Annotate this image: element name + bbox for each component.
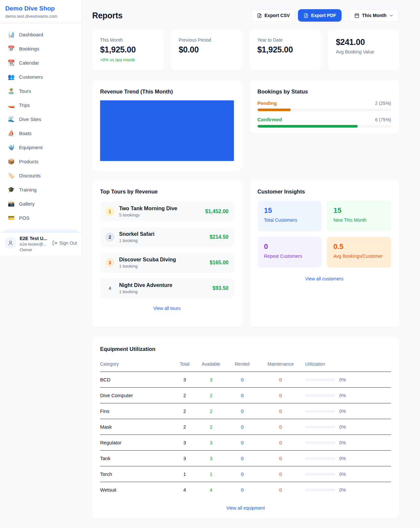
col-category: Category	[100, 359, 176, 372]
tour-info: Snorkel Safari 1 booking	[119, 231, 155, 243]
utilization-percent: 0%	[339, 487, 346, 493]
nav-item-icon: 📅	[8, 45, 15, 52]
equipment-category: Wetsuit	[100, 482, 176, 498]
user-name: E2E Test U...	[20, 236, 47, 241]
equipment-table: Category Total Available Rented Maintena…	[100, 359, 391, 498]
equipment-maintenance: 0	[256, 482, 305, 498]
insight-value: 15	[333, 206, 385, 215]
sidebar-item-reports-active-partial[interactable]	[3, 230, 78, 232]
equipment-total: 2	[176, 419, 194, 435]
sidebar-nav-item[interactable]: 🏝️ Tours	[3, 84, 78, 98]
equipment-rented: 0	[228, 419, 256, 435]
tour-row: 4 Night Dive Adventure 1 booking $93.50	[100, 278, 234, 298]
sign-out-button[interactable]: Sign Out	[52, 240, 77, 246]
stat-value: $0.00	[179, 45, 234, 54]
tour-info: Two Tank Morning Dive 5 bookings	[119, 206, 177, 217]
main-content: Reports Export CSV Export PDF This Month…	[82, 0, 420, 528]
nav-item-icon: 🚤	[8, 102, 15, 109]
view-all-tours-link[interactable]: View all tours	[100, 306, 234, 311]
equipment-rented: 0	[228, 388, 256, 403]
insight-label: New This Month	[333, 217, 385, 223]
sidebar-nav-item[interactable]: 📸 Gallery	[3, 197, 78, 211]
tour-info: Discover Scuba Diving 1 booking	[119, 257, 176, 269]
stat-label: This Month	[100, 37, 156, 43]
nav-item-label: Bookings	[19, 46, 39, 51]
user-role: Owner	[20, 247, 47, 252]
export-csv-button[interactable]: Export CSV	[251, 9, 295, 22]
view-all-equipment-link[interactable]: View all equipment	[100, 505, 391, 511]
sidebar-nav-item[interactable]: 💳 POS	[3, 211, 78, 225]
calendar-icon	[354, 13, 359, 18]
tour-bookings-count: 1 booking	[119, 264, 176, 269]
sidebar-nav-item[interactable]: 📦 Products	[3, 154, 78, 169]
stat-label: Previous Period	[179, 37, 234, 43]
utilization-cell: 0%	[305, 409, 391, 414]
insight-tile: 15 New This Month	[327, 201, 391, 232]
nav-item-label: Boats	[19, 131, 32, 136]
equipment-rented: 0	[228, 435, 256, 451]
export-pdf-button[interactable]: Export PDF	[298, 9, 342, 22]
sidebar: Demo Dive Shop demo.test.divestreams.com…	[0, 0, 82, 255]
col-total: Total	[176, 359, 194, 372]
status-label: Confirmed	[258, 117, 282, 122]
view-all-customers-link[interactable]: View all customers	[258, 276, 391, 281]
period-select-value: This Month	[362, 13, 387, 18]
utilization-percent: 0%	[339, 424, 346, 430]
page-title: Reports	[92, 11, 122, 20]
equipment-available: 2	[194, 388, 228, 403]
equipment-category: Fins	[100, 403, 176, 419]
file-download-icon	[257, 13, 262, 18]
utilization-bar-track	[305, 394, 335, 397]
utilization-cell: 0%	[305, 393, 391, 398]
bookings-by-status-title: Bookings by Status	[258, 89, 391, 95]
sidebar-nav-item[interactable]: 📊 Dashboard	[3, 28, 78, 42]
nav-item-icon: 📆	[8, 59, 15, 66]
tour-bookings-count: 5 bookings	[119, 213, 177, 217]
sidebar-nav-item[interactable]: 🤿 Equipment	[3, 140, 78, 154]
sidebar-nav: 📊 Dashboard 📅 Bookings 📆 Calendar 👥 Cust…	[0, 23, 82, 230]
status-count: 2 (25%)	[375, 101, 391, 106]
tour-name: Discover Scuba Diving	[119, 257, 176, 263]
nav-item-label: Tours	[19, 88, 31, 94]
equipment-rented: 0	[228, 482, 256, 498]
tour-name: Night Dive Adventure	[119, 282, 172, 288]
sidebar-nav-item[interactable]: 📆 Calendar	[3, 56, 78, 70]
nav-item-label: Dashboard	[19, 32, 43, 37]
sidebar-nav-item[interactable]: 🌊 Dive Sites	[3, 112, 78, 126]
rank-badge: 1	[105, 207, 115, 216]
stat-delta: +0% vs last month	[100, 57, 156, 62]
tour-row: 2 Snorkel Safari 1 booking $214.50	[100, 227, 234, 247]
sidebar-nav-item[interactable]: 🏷️ Discounts	[3, 169, 78, 183]
sidebar-nav-item[interactable]: 🎓 Training	[3, 183, 78, 197]
user-email: e2e-tester@...	[20, 242, 47, 247]
sidebar-nav-item[interactable]: ⛵ Boats	[3, 126, 78, 140]
utilization-bar-track	[305, 473, 335, 476]
tour-rows: 1 Two Tank Morning Dive 5 bookings $1,45…	[100, 201, 234, 298]
sidebar-nav-item[interactable]: 👥 Customers	[3, 70, 78, 84]
nav-item-icon: 🏝️	[8, 88, 15, 94]
shop-domain: demo.test.divestreams.com	[5, 14, 76, 19]
equipment-maintenance: 0	[256, 451, 305, 466]
insight-tile: 0 Repeat Customers	[258, 237, 322, 268]
nav-item-label: Training	[19, 187, 37, 193]
sidebar-nav-item[interactable]: 🚤 Trips	[3, 98, 78, 112]
equipment-category: Dive Computer	[100, 388, 176, 403]
table-row: Tank 3 3 0 0 0%	[100, 451, 391, 466]
utilization-cell: 0%	[305, 440, 391, 445]
equipment-available: 3	[194, 451, 228, 466]
utilization-percent: 0%	[339, 440, 346, 445]
insight-tiles: 15 Total Customers 15 New This Month 0 R…	[258, 201, 391, 268]
export-csv-label: Export CSV	[264, 13, 290, 18]
status-count: 6 (75%)	[375, 117, 391, 122]
table-row: BCD 3 3 0 0 0%	[100, 372, 391, 388]
sidebar-nav-item[interactable]: 📅 Bookings	[3, 42, 78, 56]
nav-item-icon: ⛵	[8, 130, 15, 137]
period-select[interactable]: This Month	[349, 9, 399, 22]
equipment-rented: 0	[228, 466, 256, 482]
tour-revenue: $214.50	[210, 234, 229, 240]
equipment-maintenance: 0	[256, 419, 305, 435]
stat-label: Year to Date	[257, 37, 313, 43]
equipment-available: 1	[194, 466, 228, 482]
tour-row: 3 Discover Scuba Diving 1 booking $165.0…	[100, 253, 234, 273]
nav-item-icon: 🏷️	[8, 172, 15, 179]
